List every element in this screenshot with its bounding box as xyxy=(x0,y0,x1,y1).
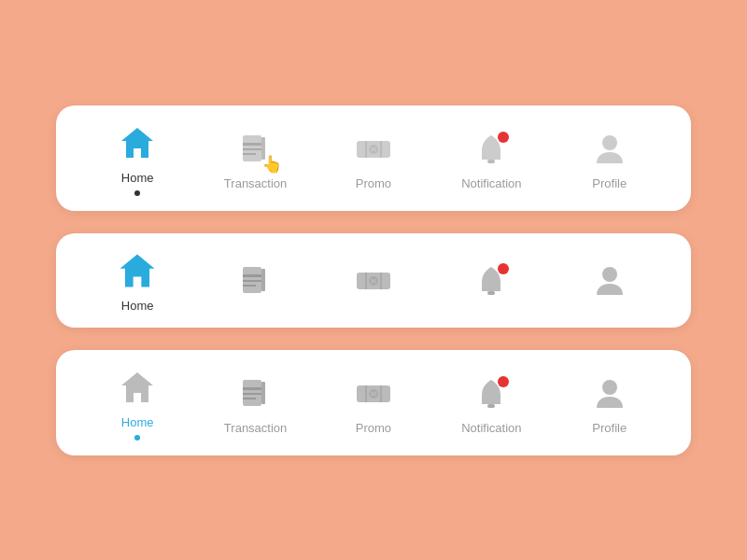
promo-icon-wrap-3 xyxy=(351,371,396,415)
home-dot-1 xyxy=(134,190,140,196)
home-icon-wrap-3 xyxy=(115,365,160,410)
svg-point-9 xyxy=(602,135,617,150)
notification-icon-wrap-1 xyxy=(469,126,514,171)
nav-item-notification-1[interactable]: Notification xyxy=(454,126,529,190)
home-dot-3 xyxy=(134,435,140,441)
transaction-label-3: Transaction xyxy=(224,421,287,435)
transaction-icon-wrap-3 xyxy=(233,371,278,415)
profile-icon-wrap-3 xyxy=(587,371,632,415)
notification-icon-wrap-2 xyxy=(469,258,514,302)
promo-icon-wrap-1 xyxy=(351,126,396,171)
svg-rect-17 xyxy=(487,291,495,295)
nav-item-profile-1[interactable]: Profile xyxy=(572,126,647,190)
nav-item-home-1[interactable]: Home xyxy=(100,120,175,196)
promo-icon-wrap-2 xyxy=(351,258,396,302)
home-label-3: Home xyxy=(121,415,154,429)
svg-rect-7 xyxy=(487,160,495,163)
profile-icon-wrap-2 xyxy=(587,258,632,302)
svg-rect-24 xyxy=(243,398,256,399)
svg-rect-12 xyxy=(243,274,261,277)
transaction-label-1: Transaction xyxy=(224,176,287,190)
navbar-1: Home 👆 Transaction Pro xyxy=(56,105,691,211)
svg-point-29 xyxy=(602,380,617,395)
profile-label-3: Profile xyxy=(592,421,627,435)
home-icon-wrap-1 xyxy=(115,120,160,165)
svg-rect-23 xyxy=(243,393,261,395)
transaction-icon-wrap-2 xyxy=(233,258,278,302)
navbar-3: Home Transaction Promo xyxy=(56,350,691,455)
svg-rect-2 xyxy=(243,143,261,146)
nav-item-notification-2[interactable] xyxy=(454,258,529,302)
nav-item-profile-3[interactable]: Profile xyxy=(572,371,647,435)
svg-rect-27 xyxy=(487,404,495,408)
nav-item-home-3[interactable]: Home xyxy=(100,365,175,441)
nav-item-transaction-2[interactable] xyxy=(218,258,293,302)
navbar-2: Home xyxy=(56,233,691,328)
home-icon-wrap-2 xyxy=(115,248,160,293)
transaction-icon-wrap-1: 👆 xyxy=(233,126,278,171)
svg-rect-1 xyxy=(261,137,265,160)
nav-item-notification-3[interactable]: Notification xyxy=(454,371,529,435)
svg-point-19 xyxy=(602,267,617,282)
nav-item-promo-3[interactable]: Promo xyxy=(336,371,411,435)
svg-rect-11 xyxy=(261,269,265,291)
home-label-2: Home xyxy=(121,299,154,313)
nav-item-profile-2[interactable] xyxy=(572,258,647,302)
svg-rect-13 xyxy=(243,280,261,282)
svg-point-18 xyxy=(498,263,509,274)
notification-icon-wrap-3 xyxy=(469,371,514,415)
home-label-1: Home xyxy=(121,171,154,185)
nav-item-transaction-3[interactable]: Transaction xyxy=(218,371,293,435)
nav-item-home-2[interactable]: Home xyxy=(100,248,175,313)
svg-point-8 xyxy=(498,132,509,143)
svg-rect-3 xyxy=(243,148,261,150)
promo-label-1: Promo xyxy=(356,176,391,190)
promo-label-3: Promo xyxy=(356,421,391,435)
svg-rect-4 xyxy=(243,153,256,155)
nav-item-transaction-1[interactable]: 👆 Transaction xyxy=(218,126,293,190)
svg-rect-14 xyxy=(243,285,256,287)
notification-label-1: Notification xyxy=(461,176,521,190)
svg-point-28 xyxy=(498,376,509,387)
profile-label-1: Profile xyxy=(592,176,627,190)
svg-rect-22 xyxy=(243,387,261,390)
notification-label-3: Notification xyxy=(461,421,521,435)
nav-item-promo-2[interactable] xyxy=(336,258,411,302)
profile-icon-wrap-1 xyxy=(587,126,632,171)
svg-rect-21 xyxy=(261,382,265,404)
nav-item-promo-1[interactable]: Promo xyxy=(336,126,411,190)
